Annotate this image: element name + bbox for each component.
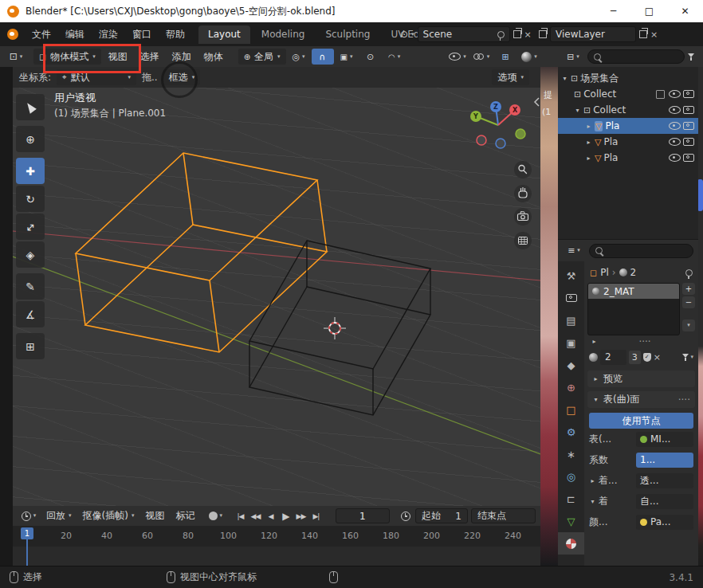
material-slot-list[interactable]: 2_MAT <box>587 283 680 335</box>
overlays-dropdown[interactable]: ▾ <box>470 49 493 65</box>
maximize-button[interactable]: □ <box>631 0 667 22</box>
tool-scale[interactable]: ↔ <box>16 214 45 240</box>
disclosure-icon[interactable]: ▸ <box>591 338 598 345</box>
tool-cursor[interactable]: ⊕ <box>16 126 45 152</box>
add-slot-button[interactable]: + <box>682 283 695 295</box>
options-dropdown[interactable]: 选项 ▾ <box>492 69 529 85</box>
minimize-button[interactable]: ─ <box>595 0 631 22</box>
filter-icon[interactable] <box>688 53 694 61</box>
timeline-editor-type-button[interactable]: ▾ <box>18 508 40 524</box>
disclosure-icon[interactable]: ▾ <box>574 107 581 114</box>
menu-playback[interactable]: 回放▾ <box>41 509 77 523</box>
visibility-dropdown[interactable]: ▾ <box>446 49 469 65</box>
orientation-dropdown[interactable]: ⊕ 全局 ▾ <box>238 49 286 65</box>
xray-toggle[interactable]: ⊞ <box>494 49 516 65</box>
shader2-dropdown[interactable]: 自... <box>636 494 693 509</box>
blender-menu-icon[interactable] <box>7 29 18 40</box>
play-button[interactable]: ▶ <box>279 509 293 523</box>
editor-type-button[interactable]: ⊡ ▾ <box>5 49 27 65</box>
shading-dropdown[interactable]: ▾ <box>518 49 540 65</box>
timeline-tracks-area[interactable] <box>13 547 540 566</box>
frame-start-field[interactable]: 起始 1 <box>415 508 468 523</box>
menu-window[interactable]: 窗口 <box>125 28 159 41</box>
camera-icon[interactable] <box>683 138 694 146</box>
breadcrumb-material[interactable]: 2 <box>630 267 637 278</box>
frame-end-field[interactable]: 结束点 <box>471 508 536 523</box>
gizmo-axis-y-neg[interactable] <box>516 129 525 139</box>
outliner-row-collection[interactable]: ▾ ⊡ Collect <box>558 102 698 118</box>
properties-tab-material[interactable] <box>558 532 584 555</box>
new-scene-icon[interactable] <box>513 30 521 38</box>
properties-tab-object[interactable]: □ <box>558 398 584 421</box>
3d-viewport[interactable]: Y Z X <box>13 88 540 506</box>
disclosure-icon[interactable]: ▸ <box>589 477 596 484</box>
camera-icon[interactable] <box>683 154 694 162</box>
properties-tab-physics[interactable]: ◎ <box>558 465 584 488</box>
clock-icon[interactable] <box>401 512 410 521</box>
timeline-ruler[interactable]: 1 20 40 60 80 100 120 140 160 180 200 22… <box>13 526 540 547</box>
auto-key-record-button[interactable] <box>209 512 218 520</box>
outliner-row-object[interactable]: ▸ ▽ Pla <box>558 150 698 166</box>
snap-toggle[interactable]: ∩ <box>312 49 334 65</box>
disclosure-icon[interactable]: ▸ <box>585 139 592 146</box>
tool-add-cube[interactable]: ⊞ <box>16 333 45 359</box>
disclosure-icon[interactable]: ▾ <box>561 75 568 82</box>
surface-panel-header[interactable]: ▾ 表(曲)面 ···· <box>587 391 695 408</box>
surface-shader-dropdown[interactable]: MI... <box>636 432 693 447</box>
menu-markers[interactable]: 标记 <box>171 509 199 523</box>
camera-icon[interactable] <box>683 90 694 98</box>
properties-tab-render[interactable] <box>558 287 584 309</box>
camera-icon[interactable] <box>683 106 694 114</box>
fake-user-shield-icon[interactable]: ✓ <box>643 353 651 362</box>
outliner-search-input[interactable] <box>587 49 685 64</box>
scene-browse-icon[interactable]: ⊙ <box>400 29 408 40</box>
material-icon[interactable] <box>589 353 598 362</box>
new-viewlayer-icon[interactable] <box>639 30 647 38</box>
eye-icon[interactable] <box>669 90 681 98</box>
shader1-dropdown[interactable]: 透... <box>636 473 693 488</box>
next-keyframe-button[interactable]: ▶▶ <box>294 509 308 523</box>
slot-specials-button[interactable]: ▾ <box>682 319 695 331</box>
material-slot-active[interactable]: 2_MAT <box>588 284 679 299</box>
close-button[interactable]: ✕ <box>667 0 703 22</box>
pin-icon[interactable] <box>497 31 505 38</box>
properties-tab-particles[interactable]: ∗ <box>558 443 584 465</box>
remove-slot-button[interactable]: − <box>682 296 695 308</box>
unlink-scene-icon[interactable]: × <box>524 29 532 40</box>
menu-view-timeline[interactable]: 视图 <box>140 509 169 523</box>
jump-to-end-button[interactable]: ▶| <box>309 509 323 523</box>
properties-search-input[interactable] <box>589 244 693 258</box>
gizmo-axis-z-neg[interactable] <box>496 139 505 148</box>
fac-slider[interactable]: 1... <box>636 453 693 468</box>
material-name-field[interactable]: 2 <box>600 350 626 365</box>
selected-wireframe-box[interactable] <box>76 153 327 352</box>
eye-icon[interactable] <box>669 106 681 114</box>
disclosure-icon[interactable]: ▸ <box>585 155 592 162</box>
users-count-button[interactable]: 3 <box>629 351 641 364</box>
outliner-row-object-active[interactable]: ▸ ▽ Pla <box>558 118 698 134</box>
drag-handle-icon[interactable]: ···· <box>638 336 650 347</box>
snap-target-dropdown[interactable]: ▣ ▾ <box>336 49 358 65</box>
properties-tab-world[interactable]: ⊕ <box>558 376 584 398</box>
tool-move[interactable]: ✚ <box>16 158 45 184</box>
play-reverse-button[interactable]: ◀ <box>264 509 277 523</box>
link-funnel-icon[interactable] <box>682 354 689 361</box>
disclosure-icon[interactable]: ▸ <box>585 123 592 130</box>
menu-object[interactable]: 物体 <box>198 50 229 64</box>
color-texture-dropdown[interactable]: Pa... <box>636 515 693 530</box>
viewlayer-name-field[interactable]: ViewLayer <box>550 26 636 42</box>
disclosure-icon[interactable]: ▾ <box>589 498 596 505</box>
tool-rotate[interactable]: ↻ <box>16 186 45 212</box>
tool-transform[interactable]: ◈ <box>16 241 45 268</box>
menu-keying[interactable]: 抠像(插帧)▾ <box>78 509 139 523</box>
properties-tab-modifiers[interactable]: ⚙ <box>558 421 584 443</box>
menu-file[interactable]: 文件 <box>25 28 58 41</box>
outliner-row-collection[interactable]: ⊡ Collect <box>558 86 698 102</box>
outliner-row-object[interactable]: ▸ ▽ Pla <box>558 134 698 150</box>
tool-select-box[interactable] <box>16 94 45 120</box>
properties-tab-scene[interactable]: ◆ <box>558 354 584 376</box>
workspace-tab-layout[interactable]: Layout <box>198 25 250 44</box>
drag-label[interactable]: 拖.. <box>142 71 158 84</box>
properties-editor-type-button[interactable]: ≡ ▾ <box>563 243 585 259</box>
navigation-gizmo[interactable]: Y Z X <box>470 101 525 148</box>
